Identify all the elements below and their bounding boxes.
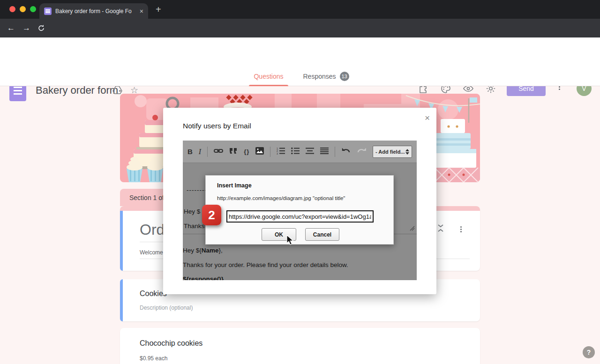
tab-questions[interactable]: Questions [251, 73, 286, 80]
insert-image-helper-text: http://example.com/images/diagram.jpg "o… [217, 195, 345, 201]
window-minimize-button[interactable] [20, 6, 26, 12]
browser-tabstrip: Bakery order form - Google Fo × + [0, 0, 600, 19]
editor-toolbar: B I {} 123 [183, 141, 417, 163]
insert-image-icon[interactable] [255, 147, 264, 156]
active-tab-underline [249, 85, 288, 86]
bulleted-list-icon[interactable] [291, 147, 300, 156]
insert-image-dialog: Insert Image http://example.com/images/d… [205, 175, 394, 245]
tab-responses[interactable]: Responses 13 [303, 72, 349, 81]
resize-handle-icon[interactable] [409, 225, 415, 232]
question-title[interactable]: Chocochip cookies [140, 339, 202, 348]
link-icon[interactable] [214, 148, 223, 156]
form-tabs: Questions Responses 13 [0, 67, 600, 86]
question-price: $0.95 each [140, 355, 167, 362]
browser-addressbar: ← → docs.google.com /forms/d/11OiScXtad-… [0, 19, 600, 37]
code-braces-icon[interactable]: {} [244, 148, 249, 155]
add-field-select[interactable]: - Add field... [373, 146, 412, 158]
forward-icon[interactable]: → [22, 24, 30, 32]
align-justify-icon[interactable] [320, 147, 329, 156]
form-description[interactable]: Welcome t [140, 249, 166, 256]
questions-label: Questions [254, 73, 283, 80]
forms-header: Bakery order form ☆ Send V [0, 37, 600, 67]
cancel-button[interactable]: Cancel [305, 228, 339, 241]
section-label: Section 1 of [129, 194, 164, 201]
back-icon[interactable]: ← [7, 24, 15, 32]
preview-variable: ${response()} [183, 275, 224, 280]
dialog-title: Notify users by Email [183, 122, 251, 130]
redo-icon[interactable] [357, 147, 366, 156]
preview-greeting: Hey ${Name}, [183, 247, 223, 254]
image-url-input[interactable] [226, 210, 374, 223]
mouse-cursor [286, 235, 295, 248]
add-field-label: - Add field... [375, 149, 405, 155]
question-description-placeholder[interactable]: Description (optional) [140, 305, 193, 311]
preview-body: Thanks for your order. Please find your … [183, 261, 348, 268]
responses-label: Responses [303, 73, 336, 80]
italic-button[interactable]: I [199, 148, 201, 156]
quote-icon[interactable] [229, 148, 238, 156]
collapse-section-icon[interactable] [437, 224, 444, 234]
tab-title: Bakery order form - Google Fo [55, 8, 136, 15]
window-close-button[interactable] [9, 6, 15, 12]
question-card-chocochip[interactable]: Chocochip cookies $0.95 each [120, 328, 480, 364]
toolbar-separator [207, 147, 208, 157]
numbered-list-icon[interactable]: 123 [277, 147, 285, 156]
align-center-icon[interactable] [306, 147, 314, 156]
forms-favicon-icon [44, 7, 52, 15]
bold-button[interactable]: B [188, 148, 193, 156]
insert-image-title: Insert Image [217, 182, 252, 189]
dialog-close-icon[interactable]: × [425, 113, 430, 123]
screen: Bakery order form - Google Fo × + ← → do… [0, 0, 600, 364]
tab-close-icon[interactable]: × [140, 8, 143, 15]
svg-text:3: 3 [277, 152, 278, 155]
window-zoom-button[interactable] [30, 6, 36, 12]
new-tab-button[interactable]: + [156, 5, 161, 14]
template-line: Hey $ [184, 208, 200, 215]
browser-tab[interactable]: Bakery order form - Google Fo × [39, 3, 148, 19]
responses-count-badge: 13 [340, 72, 349, 81]
reload-icon[interactable] [38, 24, 45, 34]
undo-icon[interactable] [341, 147, 351, 156]
template-line: Thanks [184, 223, 204, 230]
section-menu-icon[interactable] [460, 226, 462, 232]
help-button[interactable]: ? [583, 346, 595, 358]
select-arrows-icon [405, 149, 409, 155]
toolbar-separator [335, 147, 335, 157]
toolbar-separator [270, 147, 270, 157]
step-marker-badge: 2 [202, 205, 221, 225]
